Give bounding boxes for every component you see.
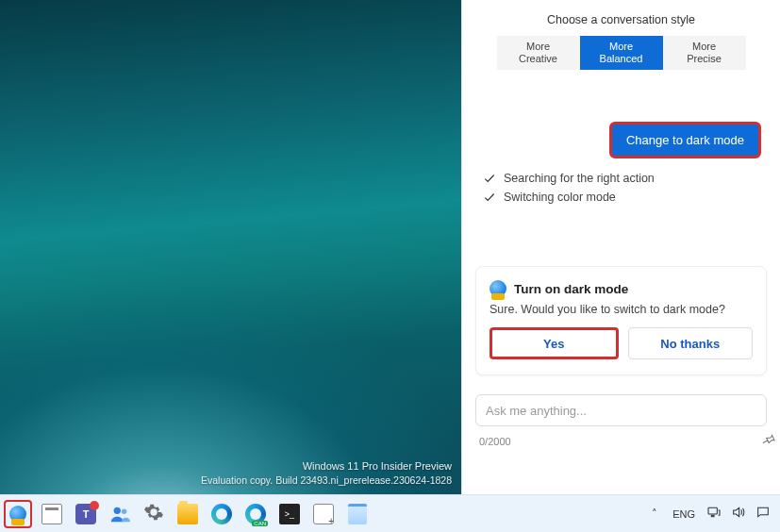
network-icon[interactable]	[706, 505, 722, 524]
windows-watermark: Windows 11 Pro Insider Preview Evaluatio…	[201, 459, 452, 487]
terminal-icon: >_	[279, 504, 300, 524]
taskbar-notepad[interactable]	[343, 500, 372, 528]
conversation-style-group: More Creative More Balanced More Precise	[462, 36, 780, 70]
volume-icon[interactable]	[731, 505, 746, 524]
edge-icon	[211, 504, 232, 524]
watermark-line-1: Windows 11 Pro Insider Preview	[201, 459, 452, 474]
svg-rect-3	[711, 515, 714, 516]
action-confirmation-card: Turn on dark mode Sure. Would you like t…	[475, 266, 767, 375]
char-counter: 0/2000	[479, 436, 511, 447]
taskbar-people[interactable]	[106, 500, 134, 528]
style-creative-button[interactable]: More Creative	[497, 36, 580, 70]
tray-overflow-button[interactable]: ˄	[648, 507, 661, 520]
no-thanks-button[interactable]: No thanks	[628, 327, 754, 359]
language-indicator[interactable]: ENG	[671, 508, 697, 520]
taskbar-snipping-tool[interactable]	[309, 500, 338, 528]
style-balanced-button[interactable]: More Balanced	[580, 36, 663, 70]
taskbar: T CAN >_	[0, 494, 780, 532]
style-precise-button[interactable]: More Precise	[663, 36, 746, 70]
user-message-bubble: Change to dark mode	[609, 122, 761, 158]
notepad-icon	[348, 504, 367, 524]
snipping-icon	[313, 504, 334, 524]
conversation-style-title: Choose a conversation style	[462, 13, 780, 26]
svg-point-1	[122, 508, 127, 514]
pin-icon[interactable]	[761, 432, 776, 451]
check-icon	[483, 191, 496, 204]
folder-icon	[177, 504, 198, 524]
copilot-icon	[9, 506, 26, 523]
progress-item: Searching for the right action	[483, 172, 780, 185]
svg-point-0	[114, 507, 121, 513]
taskbar-edge[interactable]	[207, 500, 236, 528]
action-progress-list: Searching for the right action Switching…	[483, 172, 780, 209]
task-view-icon	[41, 504, 62, 524]
edge-canary-icon: CAN	[245, 504, 266, 524]
taskbar-edge-canary[interactable]: CAN	[241, 500, 270, 528]
taskbar-task-view[interactable]	[38, 500, 66, 528]
yes-button[interactable]: Yes	[490, 327, 619, 359]
copilot-icon	[490, 280, 506, 297]
check-icon	[483, 172, 496, 185]
desktop-wallpaper: Windows 11 Pro Insider Preview Evaluatio…	[0, 0, 461, 494]
taskbar-copilot-button[interactable]	[4, 500, 32, 528]
taskbar-teams[interactable]: T	[72, 500, 100, 528]
ask-input[interactable]	[475, 394, 767, 426]
progress-item: Switching color mode	[483, 191, 780, 204]
copilot-panel: Choose a conversation style More Creativ…	[461, 0, 780, 494]
taskbar-settings[interactable]	[140, 500, 168, 528]
teams-icon: T	[75, 504, 96, 524]
watermark-line-2: Evaluation copy. Build 23493.ni_prerelea…	[201, 474, 452, 487]
card-title: Turn on dark mode	[514, 282, 628, 296]
notifications-icon[interactable]	[755, 505, 771, 524]
svg-rect-2	[708, 507, 717, 514]
gear-icon	[143, 502, 164, 526]
people-icon	[109, 504, 130, 524]
taskbar-terminal[interactable]: >_	[275, 500, 304, 528]
card-body-text: Sure. Would you like to switch to dark m…	[490, 303, 753, 316]
system-tray: ˄ ENG	[648, 505, 771, 524]
taskbar-file-explorer[interactable]	[174, 500, 202, 528]
